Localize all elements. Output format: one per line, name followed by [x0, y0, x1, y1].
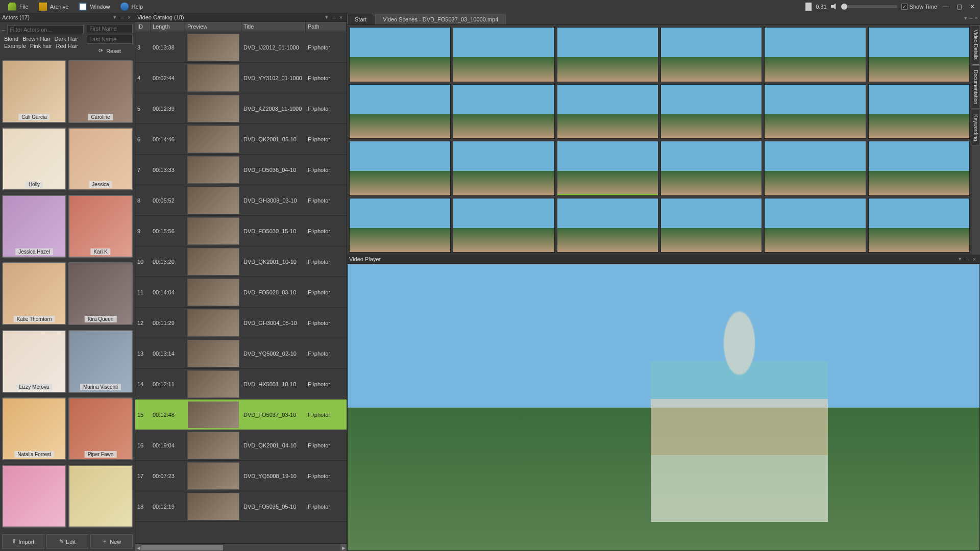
catalog-row[interactable]: 900:15:56DVD_FO5030_15-10F:\photor [135, 216, 347, 246]
scene-thumb[interactable] [868, 84, 970, 139]
filter-tag[interactable]: Brown Hair [20, 35, 52, 42]
menu-help[interactable]: Help [115, 1, 149, 12]
catalog-row[interactable]: 1200:11:29DVD_GH3004_05-10F:\photor [135, 308, 347, 338]
scene-thumb[interactable] [764, 84, 866, 139]
first-name-input[interactable] [87, 24, 133, 33]
scene-thumb[interactable] [453, 27, 554, 82]
last-name-input[interactable] [87, 35, 133, 44]
side-tab[interactable]: Keywording [971, 110, 980, 145]
panel-dropdown-icon[interactable]: ▾ [964, 15, 967, 21]
panel-close-icon[interactable]: × [975, 15, 978, 21]
catalog-row[interactable]: 1800:12:19DVD_FO5035_05-10F:\photor [135, 491, 347, 522]
filter-tag[interactable]: Example [2, 42, 28, 49]
menu-archive[interactable]: Archive [34, 1, 74, 12]
scene-thumb[interactable] [453, 198, 554, 253]
scroll-thumb[interactable] [141, 545, 223, 550]
filter-tag[interactable]: Red Hair [54, 42, 80, 49]
scene-thumb[interactable] [660, 84, 762, 139]
actor-card[interactable]: Marina Visconti [68, 330, 133, 393]
filter-tag[interactable]: Blond [2, 35, 20, 42]
scene-thumb[interactable] [868, 27, 970, 82]
filter-input[interactable] [7, 25, 84, 34]
scene-thumb[interactable] [764, 141, 866, 196]
scene-thumb[interactable] [660, 141, 762, 196]
actor-card[interactable]: Lizzy Merova [2, 330, 66, 393]
scene-thumb[interactable] [557, 84, 658, 139]
panel-dropdown-icon[interactable]: ▾ [111, 14, 118, 20]
scene-thumb[interactable] [349, 198, 451, 253]
catalog-row[interactable]: 700:13:33DVD_FO5036_04-10F:\photor [135, 155, 347, 185]
scene-thumb[interactable] [349, 141, 451, 196]
actor-card[interactable]: Caroline [68, 60, 133, 123]
scroll-left-icon[interactable]: ◀ [135, 544, 141, 551]
panel-dropdown-icon[interactable]: ▾ [323, 14, 330, 20]
actor-card[interactable]: Holly [2, 128, 66, 190]
catalog-hscrollbar[interactable]: ◀ ▶ [135, 543, 347, 551]
actor-card[interactable] [68, 465, 133, 528]
actor-card[interactable]: Natalia Forrest [2, 397, 66, 460]
scene-thumb[interactable] [764, 198, 866, 253]
catalog-row[interactable]: 1300:13:14DVD_YQ5002_02-10F:\photor [135, 338, 347, 369]
filter-remove-icon[interactable]: – [2, 27, 5, 33]
actor-card[interactable]: Piper Fawn [68, 397, 133, 460]
col-length[interactable]: Length [151, 22, 185, 32]
scene-thumb[interactable] [453, 84, 554, 139]
show-time-toggle[interactable]: Show Time [901, 4, 937, 10]
col-path[interactable]: Path [306, 22, 347, 32]
scene-thumb[interactable] [660, 27, 762, 82]
catalog-row[interactable]: 800:05:52DVD_GH3008_03-10F:\photor [135, 185, 347, 216]
scene-thumb[interactable] [868, 141, 970, 196]
panel-minimize-icon[interactable]: – [330, 14, 337, 20]
scene-thumb[interactable] [660, 198, 762, 253]
tab-start[interactable]: Start [347, 14, 374, 24]
actor-card[interactable]: Kira Queen [68, 262, 133, 325]
side-tab[interactable]: Documentation [971, 65, 980, 109]
menu-window[interactable]: Window [74, 1, 115, 12]
catalog-row[interactable]: 1600:19:04DVD_QK2001_04-10F:\photor [135, 430, 347, 461]
scene-thumb[interactable] [557, 141, 658, 196]
catalog-row[interactable]: 1500:12:48DVD_FO5037_03-10F:\photor [135, 399, 347, 430]
filter-tag[interactable]: Pink hair [28, 42, 54, 49]
side-tab[interactable]: Video Details [971, 25, 980, 64]
actor-card[interactable]: Jessica Hazel [2, 195, 66, 258]
catalog-row[interactable]: 1000:13:20DVD_QK2001_10-10F:\photor [135, 246, 347, 277]
minimize-button[interactable]: — [941, 3, 950, 10]
panel-close-icon[interactable]: × [337, 14, 345, 20]
panel-minimize-icon[interactable]: – [964, 256, 971, 262]
panel-dropdown-icon[interactable]: ▾ [957, 256, 964, 262]
scene-thumb[interactable] [349, 27, 451, 82]
catalog-row[interactable]: 500:12:39DVD_KZ2003_11-1000F:\photor [135, 93, 347, 124]
reset-button[interactable]: ⟳ Reset [87, 45, 133, 56]
scene-thumb[interactable] [868, 198, 970, 253]
catalog-row[interactable]: 1100:14:04DVD_FO5028_03-10F:\photor [135, 277, 347, 308]
close-button[interactable]: ✕ [968, 3, 977, 10]
scene-thumb[interactable] [349, 84, 451, 139]
actor-card[interactable] [2, 465, 66, 528]
filter-tag[interactable]: Dark Hair [53, 35, 80, 42]
scene-thumb[interactable] [557, 198, 658, 253]
col-preview[interactable]: Preview [185, 22, 241, 32]
player-viewport[interactable] [347, 264, 980, 551]
scene-thumb[interactable] [764, 27, 866, 82]
col-id[interactable]: ID [135, 22, 151, 32]
catalog-row[interactable]: 1400:12:11DVD_HX5001_10-10F:\photor [135, 369, 347, 399]
catalog-row[interactable]: 300:13:38DVD_IJ2012_01-1000F:\photor [135, 32, 347, 63]
new-button[interactable]: ＋ New [90, 534, 133, 549]
scene-thumb[interactable] [557, 27, 658, 82]
menu-file[interactable]: File [3, 1, 34, 12]
scroll-right-icon[interactable]: ▶ [340, 544, 347, 551]
actor-card[interactable]: Jessica [68, 128, 133, 190]
panel-minimize-icon[interactable]: – [118, 14, 126, 20]
col-title[interactable]: Title [241, 22, 306, 32]
tab-video-scenes[interactable]: Video Scenes - DVD_FO5037_03_10000.mp4 [375, 14, 506, 24]
import-button[interactable]: ⇩ Import [2, 534, 44, 549]
panel-close-icon[interactable]: × [126, 14, 133, 20]
actor-card[interactable]: Cali Garcia [2, 60, 66, 123]
edit-button[interactable]: ✎ Edit [46, 534, 89, 549]
catalog-row[interactable]: 1700:07:23DVD_YQ5008_19-10F:\photor [135, 461, 347, 491]
maximize-button[interactable]: ▢ [954, 3, 964, 10]
catalog-row[interactable]: 400:02:44DVD_YY3102_01-1000F:\photor [135, 63, 347, 93]
panel-minimize-icon[interactable]: – [969, 15, 972, 21]
catalog-row[interactable]: 600:14:46DVD_QK2001_05-10F:\photor [135, 124, 347, 155]
panel-close-icon[interactable]: × [971, 256, 978, 262]
